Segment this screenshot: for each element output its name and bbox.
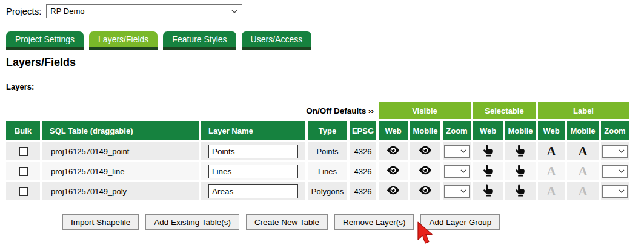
col-header-selectable-web: Web [473, 121, 503, 140]
tab-label: Project Settings [15, 34, 75, 44]
eye-icon[interactable] [387, 186, 400, 195]
col-header-label-mobile: Mobile [567, 121, 599, 140]
eye-icon[interactable] [387, 146, 400, 155]
letter-a-icon[interactable]: A [578, 144, 587, 158]
label-zoom-cell [601, 162, 629, 180]
col-header-selectable-mobile: Mobile [505, 121, 536, 140]
layer-row-line: proj1612570149_line Lines 4326 A A [6, 162, 629, 180]
layer-name-cell [201, 182, 305, 200]
layer-row-poly: proj1612570149_poly Polygons 4326 A A [6, 182, 629, 200]
label-zoom-select[interactable] [602, 145, 628, 158]
chevron-down-icon [460, 189, 466, 193]
visible-mobile-cell [410, 162, 440, 180]
epsg-cell: 4326 [350, 162, 376, 180]
tab-label: Layers/Fields [98, 34, 148, 44]
hand-pointer-icon[interactable] [516, 165, 525, 177]
bulk-checkbox[interactable] [19, 187, 28, 196]
letter-a-icon[interactable]: A [546, 164, 556, 178]
import-shapefile-button[interactable]: Import Shapefile [62, 214, 139, 230]
label-web-cell: A [538, 162, 565, 180]
table-action-buttons: Import Shapefile Add Existing Table(s) C… [62, 214, 500, 230]
hand-pointer-icon[interactable] [516, 184, 525, 197]
layer-name-input[interactable] [208, 184, 298, 198]
visible-zoom-cell [443, 182, 471, 200]
letter-a-icon[interactable]: A [546, 184, 556, 198]
projects-label: Projects: [6, 6, 41, 16]
letter-a-icon[interactable]: A [546, 144, 556, 158]
col-header-visible-web: Web [379, 121, 408, 140]
layer-row-point: proj1612570149_point Points 4326 A A [6, 142, 629, 160]
chevron-down-icon [231, 10, 237, 13]
visible-zoom-cell [443, 162, 471, 180]
col-header-epsg: EPSG [350, 121, 376, 140]
sql-table-cell[interactable]: proj1612570149_point [42, 142, 199, 160]
layer-name-input[interactable] [208, 165, 298, 178]
visible-mobile-cell [410, 182, 440, 200]
visible-mobile-cell [410, 142, 440, 160]
selectable-mobile-cell [505, 182, 536, 200]
page-title: Layers/Fields [6, 56, 76, 69]
sql-table-cell[interactable]: proj1612570149_line [42, 162, 199, 180]
add-existing-tables-button[interactable]: Add Existing Table(s) [145, 214, 239, 230]
label-web-cell: A [538, 142, 565, 160]
create-new-table-button[interactable]: Create New Table [246, 214, 328, 230]
projects-bar: Projects: RP Demo [6, 4, 242, 18]
visible-zoom-select[interactable] [444, 185, 470, 198]
label-zoom-cell [601, 182, 629, 200]
bulk-cell [6, 182, 40, 200]
col-header-label-zoom: Zoom [601, 121, 629, 140]
visible-web-cell [379, 182, 408, 200]
col-header-visible-mobile: Mobile [410, 121, 440, 140]
bulk-checkbox[interactable] [19, 147, 28, 156]
tab-feature-styles[interactable]: Feature Styles [163, 31, 236, 50]
tab-layers-fields[interactable]: Layers/Fields [89, 31, 158, 50]
label-zoom-select[interactable] [602, 185, 628, 198]
hand-pointer-icon[interactable] [483, 184, 493, 197]
selectable-web-cell [473, 142, 503, 160]
label-zoom-cell [601, 142, 629, 160]
hand-pointer-icon[interactable] [483, 145, 493, 157]
bulk-cell [6, 162, 40, 180]
type-cell: Polygons [308, 182, 347, 200]
add-layer-group-button[interactable]: Add Layer Group [420, 214, 500, 230]
visible-zoom-select[interactable] [444, 145, 470, 158]
layers-section-label: Layers: [6, 82, 34, 91]
eye-icon[interactable] [419, 146, 432, 155]
remove-layers-button[interactable]: Remove Layer(s) [334, 214, 414, 230]
selectable-mobile-cell [505, 142, 536, 160]
group-header-visible: Visible [379, 102, 471, 119]
column-header-row: Bulk SQL Table (draggable) Layer Name Ty… [6, 121, 629, 140]
col-header-type: Type [308, 121, 347, 140]
type-cell: Lines [308, 162, 347, 180]
eye-icon[interactable] [387, 166, 400, 175]
hand-pointer-icon[interactable] [483, 165, 493, 177]
epsg-cell: 4326 [350, 182, 376, 200]
layers-table: On/Off Defaults ›› Visible Selectable La… [4, 100, 631, 202]
chevron-down-icon [619, 149, 625, 153]
selectable-mobile-cell [505, 162, 536, 180]
letter-a-icon[interactable]: A [578, 184, 587, 198]
sql-table-cell[interactable]: proj1612570149_poly [42, 182, 199, 200]
on-off-defaults-label: On/Off Defaults ›› [201, 102, 376, 119]
tab-project-settings[interactable]: Project Settings [6, 31, 84, 50]
label-mobile-cell: A [567, 142, 599, 160]
chevron-down-icon [460, 169, 466, 173]
col-header-visible-zoom: Zoom [443, 121, 471, 140]
chevron-down-icon [619, 169, 625, 173]
eye-icon[interactable] [419, 186, 432, 195]
selectable-web-cell [473, 162, 503, 180]
projects-selected-value: RP Demo [50, 7, 84, 16]
label-zoom-select[interactable] [602, 165, 628, 178]
eye-icon[interactable] [419, 166, 432, 175]
label-mobile-cell: A [567, 182, 599, 200]
tab-users-access[interactable]: Users/Access [242, 31, 312, 50]
letter-a-icon[interactable]: A [578, 164, 587, 178]
chevron-down-icon [460, 149, 466, 153]
label-mobile-cell: A [567, 162, 599, 180]
hand-pointer-icon[interactable] [516, 145, 525, 157]
projects-select[interactable]: RP Demo [46, 4, 242, 18]
layer-name-input[interactable] [208, 145, 298, 158]
bulk-checkbox[interactable] [19, 167, 28, 176]
epsg-cell: 4326 [350, 142, 376, 160]
visible-zoom-select[interactable] [444, 165, 470, 178]
